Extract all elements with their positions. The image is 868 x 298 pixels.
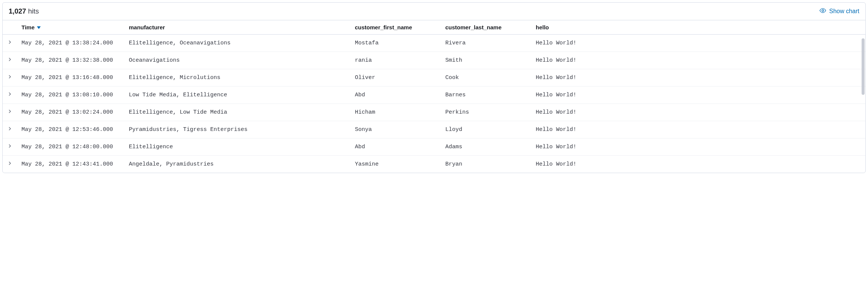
column-header-expand xyxy=(3,20,17,35)
cell-manufacturer: Angeldale, Pyramidustries xyxy=(124,156,350,173)
cell-time: May 28, 2021 @ 12:53:46.000 xyxy=(17,121,124,138)
table-wrapper: Time manufacturer customer_first_name xyxy=(3,20,865,173)
table-row: May 28, 2021 @ 13:38:24.000Elitelligence… xyxy=(3,35,865,52)
cell-time: May 28, 2021 @ 13:38:24.000 xyxy=(17,35,124,52)
cell-customer-first-name: Oliver xyxy=(350,69,441,87)
cell-hello: Hello World! xyxy=(531,121,865,138)
cell-manufacturer: Elitelligence, Microlutions xyxy=(124,69,350,87)
panel-header: 1,027 hits Show chart xyxy=(3,3,865,20)
column-header-manufacturer[interactable]: manufacturer xyxy=(124,20,350,35)
cell-customer-first-name: Abd xyxy=(350,87,441,104)
scrollbar-thumb[interactable] xyxy=(862,38,865,95)
cell-customer-first-name: Abd xyxy=(350,138,441,156)
expand-row-toggle[interactable] xyxy=(3,52,17,69)
chevron-right-icon xyxy=(8,109,12,116)
cell-customer-first-name: Hicham xyxy=(350,104,441,121)
cell-time: May 28, 2021 @ 12:43:41.000 xyxy=(17,156,124,173)
cell-manufacturer: Elitelligence xyxy=(124,138,350,156)
cell-customer-last-name: Bryan xyxy=(441,156,531,173)
hits-count: 1,027 xyxy=(9,7,26,15)
results-table: Time manufacturer customer_first_name xyxy=(3,20,865,173)
cell-customer-last-name: Perkins xyxy=(441,104,531,121)
cell-hello: Hello World! xyxy=(531,52,865,69)
hits-summary: 1,027 hits xyxy=(9,7,39,15)
results-panel: 1,027 hits Show chart Time xyxy=(2,2,866,173)
sort-desc-icon xyxy=(37,24,41,30)
column-header-manufacturer-label: manufacturer xyxy=(129,24,165,30)
cell-hello: Hello World! xyxy=(531,138,865,156)
cell-time: May 28, 2021 @ 13:08:10.000 xyxy=(17,87,124,104)
chevron-right-icon xyxy=(8,40,12,46)
table-row: May 28, 2021 @ 13:08:10.000Low Tide Medi… xyxy=(3,87,865,104)
table-row: May 28, 2021 @ 12:53:46.000Pyramidustrie… xyxy=(3,121,865,138)
scrollbar-track[interactable] xyxy=(862,38,865,171)
cell-customer-first-name: rania xyxy=(350,52,441,69)
cell-customer-last-name: Adams xyxy=(441,138,531,156)
column-header-time[interactable]: Time xyxy=(17,20,124,35)
cell-customer-first-name: Mostafa xyxy=(350,35,441,52)
hits-label: hits xyxy=(28,7,39,15)
column-header-time-label: Time xyxy=(21,24,35,30)
column-header-customer-first-name[interactable]: customer_first_name xyxy=(350,20,441,35)
chevron-right-icon xyxy=(8,74,12,81)
table-row: May 28, 2021 @ 12:48:00.000Elitelligence… xyxy=(3,138,865,156)
chevron-right-icon xyxy=(8,92,12,98)
chevron-right-icon xyxy=(8,144,12,150)
table-row: May 28, 2021 @ 13:02:24.000Elitelligence… xyxy=(3,104,865,121)
expand-row-toggle[interactable] xyxy=(3,69,17,87)
cell-time: May 28, 2021 @ 12:48:00.000 xyxy=(17,138,124,156)
table-header-row: Time manufacturer customer_first_name xyxy=(3,20,865,35)
cell-hello: Hello World! xyxy=(531,87,865,104)
expand-row-toggle[interactable] xyxy=(3,156,17,173)
expand-row-toggle[interactable] xyxy=(3,87,17,104)
column-header-customer-last-name[interactable]: customer_last_name xyxy=(441,20,531,35)
expand-row-toggle[interactable] xyxy=(3,138,17,156)
column-header-last-label: customer_last_name xyxy=(445,24,501,30)
chevron-right-icon xyxy=(8,57,12,64)
cell-time: May 28, 2021 @ 13:16:48.000 xyxy=(17,69,124,87)
cell-hello: Hello World! xyxy=(531,104,865,121)
cell-manufacturer: Elitelligence, Low Tide Media xyxy=(124,104,350,121)
cell-hello: Hello World! xyxy=(531,35,865,52)
cell-customer-first-name: Yasmine xyxy=(350,156,441,173)
cell-customer-last-name: Rivera xyxy=(441,35,531,52)
cell-hello: Hello World! xyxy=(531,156,865,173)
table-row: May 28, 2021 @ 12:43:41.000Angeldale, Py… xyxy=(3,156,865,173)
cell-time: May 28, 2021 @ 13:02:24.000 xyxy=(17,104,124,121)
table-row: May 28, 2021 @ 13:32:38.000Oceanavigatio… xyxy=(3,52,865,69)
cell-customer-first-name: Sonya xyxy=(350,121,441,138)
column-header-hello[interactable]: hello xyxy=(531,20,865,35)
chevron-right-icon xyxy=(8,126,12,133)
expand-row-toggle[interactable] xyxy=(3,104,17,121)
column-header-hello-label: hello xyxy=(536,24,549,30)
cell-manufacturer: Elitelligence, Oceanavigations xyxy=(124,35,350,52)
table-body: May 28, 2021 @ 13:38:24.000Elitelligence… xyxy=(3,35,865,173)
chevron-right-icon xyxy=(8,161,12,167)
cell-time: May 28, 2021 @ 13:32:38.000 xyxy=(17,52,124,69)
expand-row-toggle[interactable] xyxy=(3,35,17,52)
svg-marker-1 xyxy=(37,26,41,29)
expand-row-toggle[interactable] xyxy=(3,121,17,138)
show-chart-label: Show chart xyxy=(829,8,859,15)
column-header-first-label: customer_first_name xyxy=(355,24,412,30)
cell-hello: Hello World! xyxy=(531,69,865,87)
cell-customer-last-name: Lloyd xyxy=(441,121,531,138)
cell-customer-last-name: Cook xyxy=(441,69,531,87)
cell-customer-last-name: Barnes xyxy=(441,87,531,104)
cell-manufacturer: Low Tide Media, Elitelligence xyxy=(124,87,350,104)
cell-manufacturer: Oceanavigations xyxy=(124,52,350,69)
cell-customer-last-name: Smith xyxy=(441,52,531,69)
cell-manufacturer: Pyramidustries, Tigress Enterprises xyxy=(124,121,350,138)
eye-icon xyxy=(819,7,826,15)
show-chart-button[interactable]: Show chart xyxy=(819,7,859,15)
svg-point-0 xyxy=(822,10,824,12)
table-row: May 28, 2021 @ 13:16:48.000Elitelligence… xyxy=(3,69,865,87)
